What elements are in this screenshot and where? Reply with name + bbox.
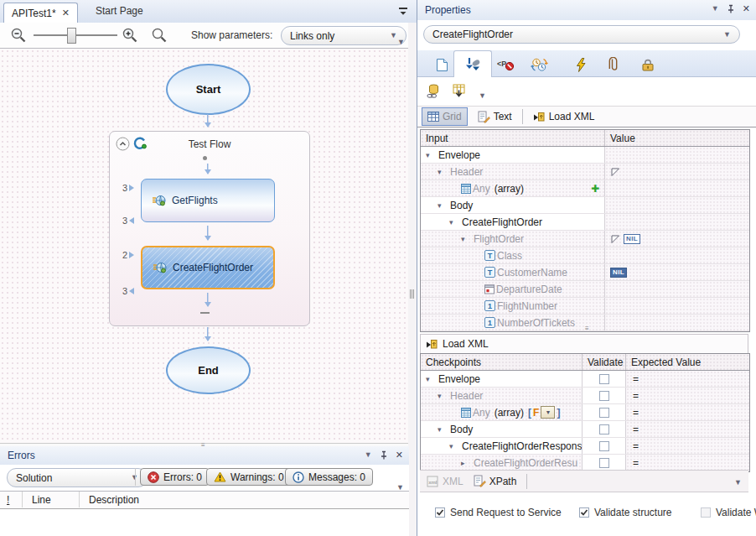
expected-value-column-header[interactable]: Expected Value (626, 354, 749, 370)
step-selector-dropdown[interactable]: CreateFlightOrder ▼ (423, 25, 740, 44)
input-value-cell[interactable] (605, 180, 749, 196)
checkpoint-name-cell[interactable]: ▾CreateFlightOrderRespons (421, 438, 583, 454)
input-name-cell[interactable]: 1FlightNumber (421, 298, 605, 314)
input-grid-row-departuredate[interactable]: DepartureDate (421, 281, 749, 298)
test-flow-canvas[interactable]: Start Test Flow GetFlights 3 3 (0, 49, 409, 443)
checkpoint-name-cell[interactable]: ▾Envelope (421, 371, 583, 387)
xml-mode-button[interactable]: xml XML (427, 476, 463, 487)
expander-open-icon[interactable]: ▾ (461, 235, 472, 243)
start-node[interactable]: Start (166, 64, 251, 115)
input-name-cell[interactable]: ▾Body (421, 197, 605, 213)
data-source-link-icon[interactable] (427, 83, 441, 99)
value-column-header[interactable]: Value (605, 130, 749, 146)
close-icon[interactable]: ✕ (743, 3, 750, 14)
panel-menu-icon[interactable]: ▼ (712, 5, 719, 13)
input-value-cell[interactable]: NIL (605, 231, 749, 247)
input-value-cell[interactable]: NIL (605, 264, 749, 280)
checkpoints-splitter[interactable]: ≡ (417, 326, 756, 333)
step-createflightorder[interactable]: CreateFlightOrder (141, 246, 275, 289)
input-name-cell[interactable]: ▾FlightOrder (421, 231, 605, 247)
input-value-cell[interactable] (605, 214, 749, 230)
input-name-cell[interactable]: TCustomerName (421, 264, 605, 280)
errors-col-severity[interactable]: ! (0, 492, 23, 507)
input-value-cell[interactable] (605, 164, 749, 180)
show-parameters-dropdown[interactable]: Links only ▼ (281, 26, 406, 45)
properties-tab-page[interactable] (427, 53, 456, 76)
checkbox-checked[interactable] (435, 507, 445, 518)
step-out-port[interactable]: 3 (122, 286, 134, 296)
errors-col-description[interactable]: Description (80, 492, 408, 507)
checkpoint-name-cell[interactable]: ▸CreateFlightOrderResu (421, 455, 583, 471)
validate-checkbox[interactable] (599, 458, 609, 468)
toolbar-overflow-icon[interactable]: ▼ (479, 92, 486, 100)
array-index-dropdown[interactable]: ▼ (541, 406, 555, 419)
input-grid-row-createflightorder[interactable]: ▾CreateFlightOrder (421, 214, 749, 231)
errors-scope-dropdown[interactable]: Solution ▼ (7, 468, 148, 487)
panel-menu-icon[interactable]: ▼ (365, 451, 372, 459)
input-grid-row-body[interactable]: ▾Body (421, 197, 749, 214)
toolbar-overflow-icon[interactable]: ▼ (397, 39, 405, 46)
validate-checkbox[interactable] (599, 408, 609, 418)
properties-tab-attachment-clip[interactable] (598, 53, 627, 76)
zoom-out-icon[interactable] (10, 27, 27, 44)
pin-icon[interactable] (727, 4, 735, 13)
properties-tab-events-bolt[interactable] (567, 53, 595, 76)
option-validate-ws[interactable]: Validate WS (701, 507, 756, 518)
checkpoint-name-cell[interactable]: Any(array)[F▼] (421, 404, 583, 420)
expander-closed-icon[interactable]: ▸ (461, 459, 472, 467)
tab-apitest1[interactable]: APITest1* ✕ (3, 3, 78, 23)
validate-column-header[interactable]: Validate (583, 354, 626, 370)
close-icon[interactable]: ✕ (396, 450, 403, 461)
validate-cell[interactable] (583, 404, 626, 420)
checkpoint-row-body[interactable]: ▾Body= (421, 421, 749, 438)
expected-value-cell[interactable]: = (626, 421, 749, 437)
option-send-request[interactable]: Send Request to Service (435, 507, 562, 518)
vertical-splitter[interactable] (408, 23, 417, 536)
step-in-port[interactable]: 3 (122, 183, 134, 193)
properties-tab-security-lock[interactable] (634, 53, 662, 76)
expander-open-icon[interactable]: ▾ (449, 218, 460, 226)
zoom-slider-handle[interactable] (67, 28, 76, 44)
properties-tab-async-clocks[interactable] (525, 53, 553, 76)
checkpoint-name-cell[interactable]: ▾Header (421, 388, 583, 403)
input-value-cell[interactable] (605, 147, 749, 163)
checkpoint-row-envelope[interactable]: ▾Envelope= (421, 371, 749, 388)
messages-count-button[interactable]: Messages: 0 (285, 468, 373, 486)
checkpoint-name-cell[interactable]: ▾Body (421, 421, 583, 437)
import-data-icon[interactable] (452, 83, 466, 98)
properties-tab-io-arrows[interactable] (453, 50, 492, 77)
input-value-cell[interactable] (605, 247, 749, 263)
expected-value-cell[interactable]: = (626, 438, 749, 454)
input-name-cell[interactable]: ▾Envelope (421, 147, 605, 163)
pin-icon[interactable] (380, 450, 388, 460)
tab-close-icon[interactable]: ✕ (62, 8, 70, 18)
warnings-count-button[interactable]: Warnings: 0 (206, 468, 292, 486)
expander-open-icon[interactable]: ▾ (438, 425, 448, 434)
tab-list-icon[interactable] (398, 7, 408, 16)
checkpoints-load-xml-button[interactable]: Load XML (420, 334, 748, 353)
expander-open-icon[interactable]: ▾ (438, 201, 448, 210)
input-name-cell[interactable]: ▾CreateFlightOrder (421, 214, 605, 230)
checkbox-unchecked[interactable] (701, 507, 711, 518)
checkpoint-row-any[interactable]: Any(array)[F▼]= (421, 404, 749, 421)
checkpoint-row-createflightorderrespons[interactable]: ▾CreateFlightOrderRespons= (421, 438, 749, 455)
tab-start-page[interactable]: Start Page (85, 0, 153, 22)
input-name-cell[interactable]: TClass (421, 247, 605, 263)
properties-tab-no-parameters[interactable]: <P (491, 53, 520, 76)
validate-cell[interactable] (583, 371, 626, 387)
input-grid-row-flightorder[interactable]: ▾FlightOrderNIL (421, 231, 749, 247)
end-node[interactable]: End (166, 346, 251, 394)
step-out-port[interactable]: 3 (122, 216, 134, 226)
search-icon[interactable] (151, 27, 168, 44)
expected-value-cell[interactable]: = (626, 404, 749, 420)
validate-checkbox[interactable] (599, 391, 609, 401)
input-grid-row-customername[interactable]: TCustomerNameNIL (421, 264, 749, 281)
input-name-cell[interactable]: DepartureDate (421, 281, 605, 297)
input-name-cell[interactable]: ▾Header (421, 164, 605, 180)
checkpoints-column-header[interactable]: Checkpoints (421, 354, 583, 370)
errors-col-line[interactable]: Line (23, 492, 80, 507)
checkbox-checked[interactable] (579, 507, 589, 518)
validate-cell[interactable] (583, 388, 626, 403)
expander-open-icon[interactable]: ▾ (426, 375, 437, 383)
input-grid-row-flightnumber[interactable]: 1FlightNumber (421, 298, 749, 315)
